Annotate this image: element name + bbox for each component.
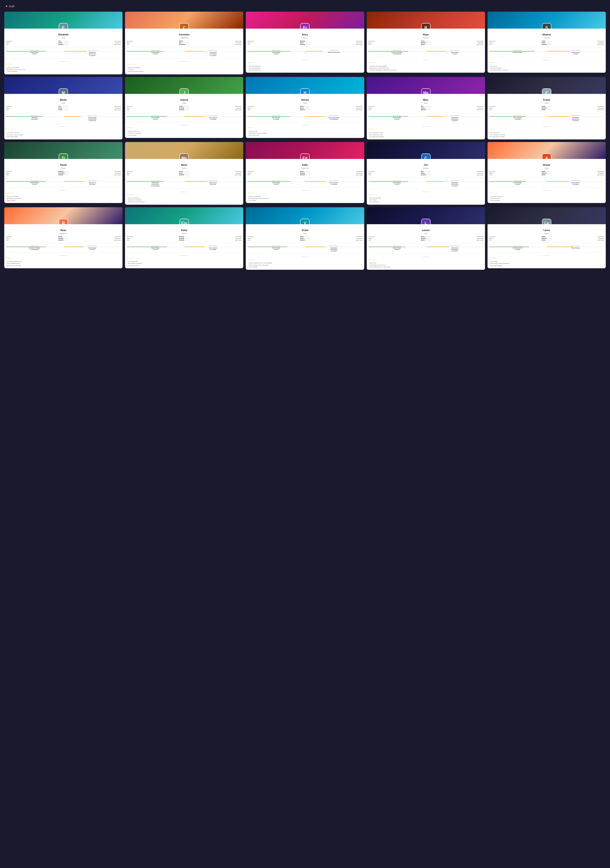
stat-introverted: Introverted Extroverted [6,106,121,107]
person-card[interactable]: Ed Eddy Capricorn Introverted Extroverte… [246,142,364,203]
stat-dot [186,109,186,110]
stat-dot [544,44,545,45]
stat-label-messy: Messy [127,42,135,43]
stat-messy: Messy Organized [6,107,121,109]
stat-dot [182,240,183,240]
skill-fill [305,116,325,117]
stat-label-extro: Extroverted [596,40,604,42]
stat-dot [305,238,306,239]
stat-label-messy: Messy [6,107,14,109]
stat-dot [430,238,431,239]
quote-line: •I had a month in experience [127,263,242,264]
stat-dot [421,240,422,240]
skill-label: Design strength [30,245,39,246]
card-wrapper-eddy: Ed Eddy Capricorn Introverted Extroverte… [246,142,364,205]
star-filled: ★ [372,129,373,130]
skill-label: Design weakness [329,50,338,51]
quotes-section: •I am a runner •I am often on vacation •… [489,65,604,71]
skill-fill [127,51,164,51]
person-card[interactable]: C Cornelius Sagittarius Introverted Extr… [125,12,243,74]
stat-dot [301,106,302,107]
stat-dot [61,41,62,42]
stat-label-extro: Extroverted [596,106,604,107]
person-sign: Sagittarius [127,37,242,39]
stat-dot [544,108,545,108]
stat-dots-intro [255,41,354,42]
stat-dot [186,42,186,43]
stat-dot [544,41,545,42]
stat-dot [429,236,429,237]
stat-chill: Chill High energy [489,44,604,45]
skill-item: Design strength Visual design& brand [368,245,426,252]
person-card[interactable]: A Ahmar Virgo Introverted Extroverted [488,142,606,203]
stat-dot [59,238,59,239]
person-card[interactable]: L Lauren Libra Introverted Extroverted [367,207,485,270]
person-card[interactable]: R Ryan Sagittarius Introverted Extrovert… [4,207,122,268]
skill-name: Visual design& brand [30,182,39,185]
stat-dot [308,173,308,174]
person-card[interactable]: V Vickie Aries Introverted Extroverted [246,207,364,270]
stat-dot [548,41,549,42]
stat-dot [542,238,543,239]
stat-dot [183,238,184,239]
skills-section: Design strength Visual design& brand Des… [127,115,242,120]
skill-label: Design weakness [88,180,97,181]
stat-dot [421,44,422,45]
person-card[interactable]: Ma Marc Aries Introverted Extroverted [367,77,485,140]
skill-bar [489,181,546,182]
stat-dot [427,109,428,110]
stat-dot [425,109,426,110]
stat-dots-messy [376,42,475,43]
stat-dots-chill [255,109,354,110]
person-card[interactable]: H Hanina Virgo Introverted Extroverted [246,77,364,138]
person-card[interactable]: Er Erica Taurus Introverted Extroverted [246,12,364,73]
stat-dot [179,236,180,237]
person-card[interactable]: F Frantz Libra Introverted Extroverted [488,77,606,140]
stat-dot [426,41,427,42]
person-card[interactable]: R Ryan Cancer Introverted Extroverted [367,12,485,73]
stat-dot [550,108,550,108]
person-card[interactable]: E Elizabeth Aries Introverted Extroverte… [4,12,122,74]
avatar-initial: Ed [301,154,309,159]
quote-line: •I play the saxophone [6,71,121,72]
quote-line: •I deal cryptowaves, protect [368,134,483,136]
quote-line: •I grew up in Greenland [6,195,121,197]
star-filled: ★ [491,257,492,259]
person-card[interactable]: Ma Mario Taurus Introverted Extroverted [125,142,243,205]
stat-dots-messy [497,173,596,174]
stats-section: Introverted Extroverted Messy Organized … [6,106,121,110]
stat-dots-intro [255,171,354,172]
quotes-section: •I also did an exercise am •I already ar… [489,195,604,202]
stat-dot [300,41,301,42]
stat-dot [62,106,63,107]
stat-dot [308,236,308,237]
stats-section: Introverted Extroverted Messy Organized … [6,40,121,45]
stat-dot [181,106,181,107]
skill-item: Design strength Visual design& brand [127,115,184,120]
person-card[interactable]: Em Emily Taurus Introverted Extroverted [125,207,243,268]
stat-dot [425,41,426,42]
person-card[interactable]: D David Pisces Introverted Extroverted [4,142,122,203]
skill-fill [6,181,46,182]
stat-label-messy: Messy [248,172,255,174]
skill-fill [64,51,87,51]
skill-bar [64,51,121,51]
star-filled: ★ [249,62,251,64]
skills-section: Design strength Visual design& brand Des… [6,50,121,56]
divider-1 [489,47,604,48]
stat-label-chill: Chill [127,109,135,110]
stat-dot [181,238,181,239]
stat-dot [430,173,431,174]
skills-section: Design strength Visual design& brand Des… [127,50,242,56]
person-card[interactable]: La Laura Taurus Introverted Extroverted [488,207,606,268]
person-card[interactable]: S Shanna Cancer Introverted Extroverted [488,12,606,73]
person-card[interactable]: C Chi Scorpio Introverted Extroverted [367,142,485,205]
stat-dot [65,44,66,45]
person-card[interactable]: J Joanne Virgo Introverted Extroverted [125,77,243,138]
skills-section: Design strength Branding& Research Desig… [6,115,121,122]
person-name: Ryan [6,229,121,232]
stat-dot [543,41,544,42]
stat-introverted: Introverted Extroverted [6,171,121,172]
avatar-initial: F [542,89,551,94]
person-card[interactable]: M Martin Aries Introverted Extroverted [4,77,122,140]
